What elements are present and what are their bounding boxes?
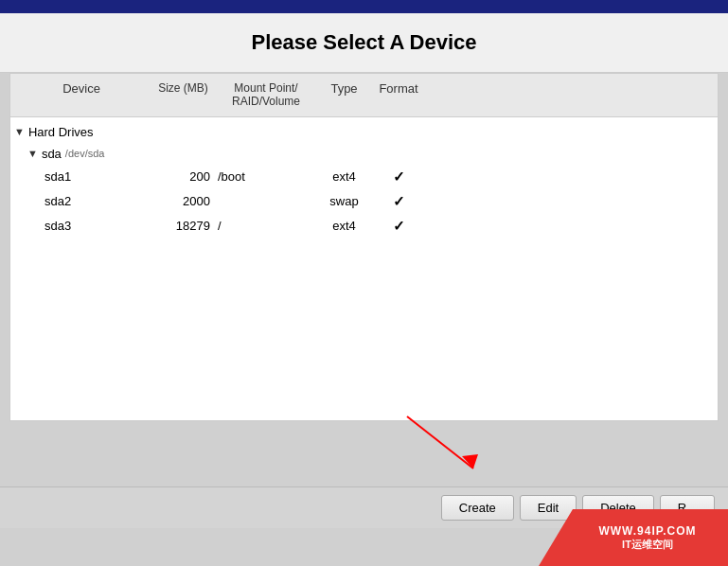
main-area: Device Size (MB) Mount Point/ RAID/Volum…: [9, 73, 719, 421]
partition-sda2-mount: [214, 200, 318, 203]
partition-sda2-label: sda2: [10, 192, 152, 210]
partition-sda2-size: 2000: [152, 192, 214, 210]
checkmark-sda1: ✓: [393, 168, 405, 185]
watermark-line1: WWW.94IP.COM: [598, 524, 696, 538]
partition-sda3-format: ✓: [370, 216, 427, 237]
partition-sda2-format: ✓: [370, 191, 427, 212]
checkmark-sda3: ✓: [393, 218, 405, 234]
checkmark-sda2: ✓: [393, 193, 405, 209]
col-header-type: Type: [318, 78, 370, 113]
group-hard-drives-label: ▼ Hard Drives: [10, 123, 152, 141]
partition-sda1[interactable]: sda1 200 /boot ext4 ✓: [10, 165, 718, 189]
partition-sda3-label: sda3: [10, 217, 152, 235]
partition-sda1-size: 200: [152, 168, 214, 186]
partition-sda3-type: ext4: [318, 217, 370, 235]
watermark-line2: IT运维空间: [622, 538, 673, 552]
device-sda[interactable]: ▼ sda /dev/sda: [10, 143, 718, 165]
col-header-format: Format: [370, 78, 427, 113]
partition-sda2[interactable]: sda2 2000 swap ✓: [10, 189, 718, 214]
partition-sda2-type: swap: [318, 192, 370, 210]
group-hard-drives[interactable]: ▼ Hard Drives: [10, 121, 718, 143]
edit-button[interactable]: Edit: [520, 495, 577, 521]
title-banner: Please Select A Device: [0, 13, 728, 73]
expand-icon-hard-drives: ▼: [14, 126, 25, 137]
expand-icon-sda: ▼: [27, 148, 38, 159]
device-tree: ▼ Hard Drives ▼ sda /dev/sda sda1: [10, 117, 718, 420]
device-sda-label: ▼ sda /dev/sda: [10, 145, 152, 163]
partition-sda1-format: ✓: [370, 167, 427, 187]
partition-sda1-mount: /boot: [214, 168, 318, 186]
col-header-size: Size (MB): [152, 78, 214, 113]
partition-sda3-mount: /: [214, 217, 318, 235]
col-header-device: Device: [10, 78, 152, 113]
create-button[interactable]: Create: [441, 495, 514, 521]
top-bar: [0, 0, 728, 13]
partition-sda3[interactable]: sda3 18279 / ext4 ✓: [10, 214, 718, 239]
partition-sda3-size: 18279: [152, 217, 214, 235]
partition-sda1-type: ext4: [318, 168, 370, 186]
partition-sda1-label: sda1: [10, 168, 152, 186]
svg-line-0: [407, 416, 473, 469]
table-header: Device Size (MB) Mount Point/ RAID/Volum…: [10, 74, 718, 117]
svg-marker-1: [462, 454, 478, 469]
page-title: Please Select A Device: [19, 30, 709, 55]
col-header-mount: Mount Point/ RAID/Volume: [214, 78, 318, 113]
